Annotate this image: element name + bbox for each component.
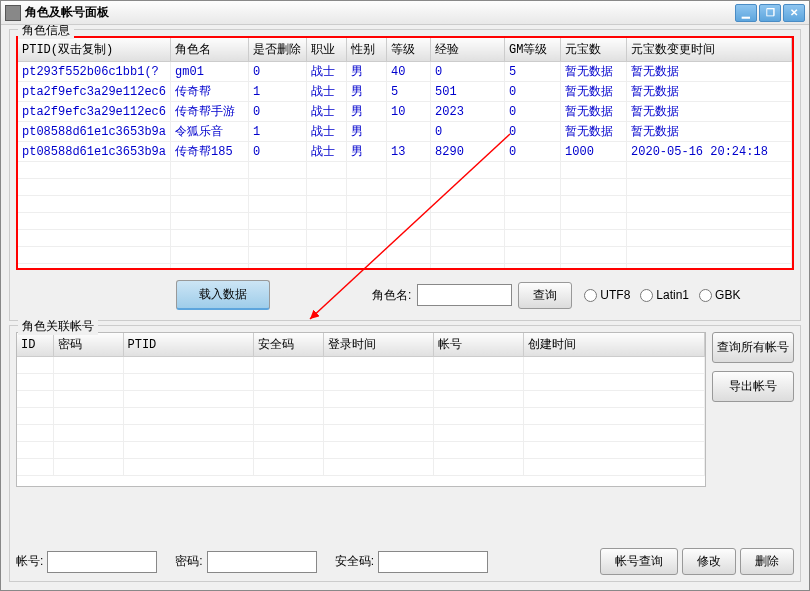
account-fieldset: 角色关联帐号 ID密码PTID安全码登录时间帐号创建时间 查询 — [9, 325, 801, 582]
titlebar: 角色及帐号面板 ▁ ❐ ✕ — [1, 1, 809, 25]
table-cell: 13 — [387, 142, 431, 162]
account-table-header[interactable]: 创建时间 — [523, 333, 705, 357]
table-cell: 暂无数据 — [561, 82, 627, 102]
table-cell: 5 — [387, 82, 431, 102]
security-code-input[interactable] — [378, 551, 488, 573]
export-accounts-button[interactable]: 导出帐号 — [712, 371, 794, 402]
table-cell: 男 — [347, 102, 387, 122]
role-controls: 载入数据 角色名: 查询 UTF8 Latin1 GBK — [16, 270, 794, 314]
table-row[interactable]: pt08588d61e1c3653b9a传奇帮1850战士男1382900100… — [18, 142, 792, 162]
table-cell: 1000 — [561, 142, 627, 162]
table-cell: 男 — [347, 62, 387, 82]
bottom-controls: 帐号: 密码: 安全码: 帐号查询 修改 删除 — [16, 538, 794, 575]
table-cell: 战士 — [307, 142, 347, 162]
role-table-header[interactable]: 是否删除 — [249, 38, 307, 62]
table-cell: 战士 — [307, 82, 347, 102]
table-cell — [387, 122, 431, 142]
role-table-header[interactable]: 元宝数 — [561, 38, 627, 62]
table-cell: pt293f552b06c1bb1(? — [18, 62, 171, 82]
table-cell: pt08588d61e1c3653b9a — [18, 122, 171, 142]
table-cell: 男 — [347, 142, 387, 162]
account-table-header[interactable]: ID — [17, 333, 53, 357]
table-row[interactable]: pta2f9efc3a29e112ec6传奇帮1战士男55010暂无数据暂无数据 — [18, 82, 792, 102]
role-table-header[interactable]: 等级 — [387, 38, 431, 62]
table-cell: 男 — [347, 122, 387, 142]
table-row[interactable]: pt08588d61e1c3653b9a令狐乐音1战士男00暂无数据暂无数据 — [18, 122, 792, 142]
query-button[interactable]: 查询 — [518, 282, 572, 309]
account-table-header[interactable]: 安全码 — [253, 333, 323, 357]
account-query-button[interactable]: 帐号查询 — [600, 548, 678, 575]
role-info-fieldset: 角色信息 PTID(双击复制)角色名是否删除职业性别等级经验GM等级元宝数元宝数… — [9, 29, 801, 321]
account-table-header[interactable]: PTID — [123, 333, 253, 357]
table-cell: pta2f9efc3a29e112ec6 — [18, 102, 171, 122]
table-cell: 5 — [505, 62, 561, 82]
titlebar-buttons: ▁ ❐ ✕ — [735, 4, 805, 22]
security-code-label: 安全码: — [335, 553, 374, 570]
table-cell: 暂无数据 — [627, 102, 792, 122]
table-row[interactable]: pt293f552b06c1bb1(?gm010战士男4005暂无数据暂无数据 — [18, 62, 792, 82]
table-row[interactable]: pta2f9efc3a29e112ec6传奇帮手游0战士男1020230暂无数据… — [18, 102, 792, 122]
table-cell: 战士 — [307, 62, 347, 82]
maximize-button[interactable]: ❐ — [759, 4, 781, 22]
table-cell: 0 — [505, 122, 561, 142]
account-table-header[interactable]: 帐号 — [433, 333, 523, 357]
table-cell: 2023 — [431, 102, 505, 122]
delete-button[interactable]: 删除 — [740, 548, 794, 575]
table-cell: gm01 — [171, 62, 249, 82]
table-cell: 2020-05-16 20:24:18 — [627, 142, 792, 162]
role-name-input[interactable] — [417, 284, 512, 306]
table-cell: 战士 — [307, 102, 347, 122]
table-cell: 1 — [249, 82, 307, 102]
role-table-header[interactable]: 经验 — [431, 38, 505, 62]
side-buttons: 查询所有帐号 导出帐号 — [712, 332, 794, 538]
table-cell: 0 — [249, 62, 307, 82]
modify-button[interactable]: 修改 — [682, 548, 736, 575]
table-cell: 传奇帮185 — [171, 142, 249, 162]
role-table-header[interactable]: 元宝数变更时间 — [627, 38, 792, 62]
role-table-header[interactable]: 职业 — [307, 38, 347, 62]
table-cell: pt08588d61e1c3653b9a — [18, 142, 171, 162]
table-cell: 1 — [249, 122, 307, 142]
role-table-wrap[interactable]: PTID(双击复制)角色名是否删除职业性别等级经验GM等级元宝数元宝数变更时间 … — [16, 36, 794, 270]
table-cell: 暂无数据 — [561, 102, 627, 122]
table-cell: 0 — [431, 122, 505, 142]
table-cell: 暂无数据 — [561, 62, 627, 82]
window-title: 角色及帐号面板 — [25, 4, 735, 21]
account-table: ID密码PTID安全码登录时间帐号创建时间 — [17, 333, 705, 476]
table-cell: 男 — [347, 82, 387, 102]
password-label: 密码: — [175, 553, 202, 570]
table-cell: pta2f9efc3a29e112ec6 — [18, 82, 171, 102]
role-name-label: 角色名: — [372, 287, 411, 304]
table-cell: 0 — [249, 142, 307, 162]
role-table: PTID(双击复制)角色名是否删除职业性别等级经验GM等级元宝数元宝数变更时间 … — [18, 38, 792, 270]
table-cell: 40 — [387, 62, 431, 82]
role-table-header[interactable]: 角色名 — [171, 38, 249, 62]
table-cell: 暂无数据 — [561, 122, 627, 142]
radio-gbk[interactable]: GBK — [699, 288, 740, 302]
table-cell: 传奇帮 — [171, 82, 249, 102]
load-data-button[interactable]: 载入数据 — [176, 280, 270, 310]
account-table-header[interactable]: 登录时间 — [323, 333, 433, 357]
query-all-accounts-button[interactable]: 查询所有帐号 — [712, 332, 794, 363]
role-table-header[interactable]: 性别 — [347, 38, 387, 62]
table-cell: 0 — [505, 102, 561, 122]
table-cell: 暂无数据 — [627, 122, 792, 142]
table-cell: 0 — [431, 62, 505, 82]
minimize-button[interactable]: ▁ — [735, 4, 757, 22]
radio-utf8[interactable]: UTF8 — [584, 288, 630, 302]
password-input[interactable] — [207, 551, 317, 573]
table-cell: 暂无数据 — [627, 82, 792, 102]
close-button[interactable]: ✕ — [783, 4, 805, 22]
table-cell: 0 — [505, 82, 561, 102]
account-table-header[interactable]: 密码 — [53, 333, 123, 357]
radio-latin1[interactable]: Latin1 — [640, 288, 689, 302]
role-table-header[interactable]: GM等级 — [505, 38, 561, 62]
account-label: 帐号: — [16, 553, 43, 570]
table-cell: 令狐乐音 — [171, 122, 249, 142]
account-table-wrap[interactable]: ID密码PTID安全码登录时间帐号创建时间 — [16, 332, 706, 487]
table-cell: 0 — [505, 142, 561, 162]
role-table-header[interactable]: PTID(双击复制) — [18, 38, 171, 62]
account-input[interactable] — [47, 551, 157, 573]
window: 角色及帐号面板 ▁ ❐ ✕ 角色信息 PTID(双击复制)角色名是否删除职业性别… — [0, 0, 810, 591]
table-cell: 战士 — [307, 122, 347, 142]
